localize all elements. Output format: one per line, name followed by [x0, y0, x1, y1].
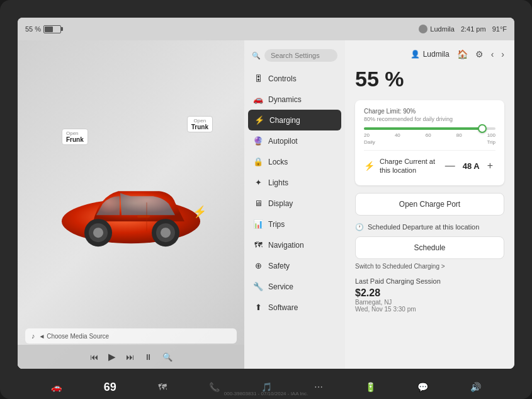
status-bar-left: 55 % [25, 25, 414, 33]
temp-display: 91°F [492, 25, 507, 33]
sidebar-item-autopilot[interactable]: 🔮 Autopilot [244, 130, 345, 151]
map-taskbar-icon[interactable]: 🗺 [158, 382, 167, 392]
charge-current-row: ⚡ Charge Current at this location — 48 A… [364, 150, 495, 178]
charge-current-increase-button[interactable]: + [485, 160, 495, 171]
search-icon: 🔍 [252, 52, 261, 60]
sidebar-item-locks[interactable]: 🔒 Locks [244, 151, 345, 172]
charge-bolt-icon: ⚡ [193, 205, 207, 219]
service-label: Service [268, 282, 293, 291]
battery-percentage-large: 55 % [355, 67, 504, 91]
screen: 55 % Ludmila 2:41 pm 91°F [18, 18, 514, 369]
charging-label: Charging [269, 116, 300, 125]
prev-track-button[interactable]: ⏮ [90, 352, 98, 362]
main-content: Open Frunk Open Trunk [18, 40, 514, 369]
nav-menu: 🔍 🎛 Controls 🚗 Dynamics ⚡ Charging [244, 40, 345, 369]
slider-thumb[interactable] [478, 124, 487, 133]
status-bar-right: Ludmila 2:41 pm 91°F [419, 25, 507, 33]
charging-icon: ⚡ [254, 115, 264, 125]
user-name-display: 👤 Ludmila [410, 50, 450, 59]
music-icon: ♪ [31, 332, 35, 340]
locks-icon: 🔒 [253, 157, 263, 166]
sidebar-item-controls[interactable]: 🎛 Controls [244, 68, 345, 89]
slider-fill [364, 127, 482, 130]
battery-percentage: 55 % [25, 25, 41, 33]
outer-frame: 55 % Ludmila 2:41 pm 91°F [0, 0, 532, 399]
user-chip: Ludmila [419, 25, 455, 33]
volume-taskbar-icon[interactable]: 🔊 [470, 382, 481, 392]
battery-taskbar-icon[interactable]: 🔋 [365, 382, 376, 392]
sidebar-item-display[interactable]: 🖥 Display [244, 193, 345, 214]
back-icon[interactable]: ‹ [491, 49, 494, 59]
safety-icon: ⊕ [253, 261, 263, 270]
messages-taskbar-icon[interactable]: 💬 [417, 382, 428, 392]
search-media-button[interactable]: 🔍 [162, 352, 173, 362]
trips-label: Trips [268, 220, 285, 229]
slider-daily-label: Daily [364, 139, 375, 145]
sidebar-item-safety[interactable]: ⊕ Safety [244, 255, 345, 276]
speed-display: 69 [104, 381, 116, 394]
battery-indicator: 55 % [25, 25, 61, 33]
battery-bar [43, 25, 61, 33]
schedule-button[interactable]: Schedule [355, 236, 504, 259]
svg-point-6 [161, 228, 171, 238]
car-status-icon[interactable]: 🚗 [51, 382, 62, 392]
user-name: Ludmila [423, 50, 450, 59]
dynamics-label: Dynamics [268, 95, 302, 104]
media-bar[interactable]: ♪ ◄ Choose Media Source [25, 328, 237, 344]
sidebar-item-navigation[interactable]: 🗺 Navigation [244, 234, 345, 255]
phone-taskbar-icon[interactable]: 📞 [209, 382, 220, 392]
home-icon[interactable]: 🏠 [457, 49, 468, 59]
charge-current-value: 48 A [463, 161, 480, 171]
sidebar-item-lights[interactable]: ✦ Lights [244, 172, 345, 193]
slider-trip-label: Trip [487, 139, 495, 145]
media-source-label[interactable]: ◄ Choose Media Source [39, 333, 110, 340]
switch-charging-link[interactable]: Switch to Scheduled Charging > [355, 263, 504, 270]
session-location: Barnegat, NJ [355, 299, 504, 306]
sidebar-item-trips[interactable]: 📊 Trips [244, 214, 345, 234]
search-settings-input[interactable] [264, 49, 337, 62]
user-name-status: Ludmila [430, 25, 455, 33]
scheduled-departure-label: Scheduled Departure at this location [368, 223, 479, 231]
play-button[interactable]: ▶ [108, 351, 116, 362]
watermark: 000-39803831 - 07/10/2024 - IAA Inc. [224, 391, 308, 396]
slider-tick-labels: 20 40 60 80 100 [364, 132, 495, 138]
software-icon: ⬆ [253, 303, 263, 312]
left-panel: Open Frunk Open Trunk [18, 40, 244, 369]
car-image [49, 158, 213, 262]
scheduled-departure-section: 🕐 Scheduled Departure at this location [355, 223, 504, 231]
autopilot-label: Autopilot [268, 137, 298, 146]
safety-label: Safety [268, 262, 290, 270]
charge-current-text: Charge Current at this location [380, 157, 443, 175]
open-charge-port-button[interactable]: Open Charge Port [355, 193, 504, 216]
sidebar-item-service[interactable]: 🔧 Service [244, 276, 345, 297]
forward-icon[interactable]: › [501, 49, 504, 59]
more-controls-button[interactable]: ⏸ [144, 352, 152, 362]
controls-label: Controls [268, 74, 297, 83]
sidebar-item-charging[interactable]: ⚡ Charging [248, 110, 341, 130]
right-section: 🔍 🎛 Controls 🚗 Dynamics ⚡ Charging [244, 40, 514, 369]
charge-current-controls: — 48 A + [443, 160, 495, 171]
slider-endpoints: Daily Trip [364, 139, 495, 145]
trips-icon: 📊 [253, 219, 263, 229]
car-visualization: Open Frunk Open Trunk [18, 40, 244, 369]
open-frunk-button[interactable]: Open Frunk [62, 129, 88, 145]
service-icon: 🔧 [253, 282, 263, 291]
more-taskbar-icon[interactable]: ⋯ [314, 382, 323, 392]
user-avatar-icon: 👤 [410, 50, 420, 59]
sidebar-item-dynamics[interactable]: 🚗 Dynamics [244, 89, 345, 110]
navigation-label: Navigation [268, 241, 304, 250]
charge-limit-slider[interactable]: 20 40 60 80 100 Daily Trip [364, 127, 495, 145]
display-label: Display [268, 199, 293, 208]
open-trunk-button[interactable]: Open Trunk [187, 116, 213, 132]
controls-icon: 🎛 [253, 74, 263, 83]
svg-point-3 [93, 228, 103, 238]
charge-limit-sublabel: 80% recommended for daily driving [364, 116, 495, 122]
sidebar-item-software[interactable]: ⬆ Software [244, 297, 345, 318]
settings-icon[interactable]: ⚙ [475, 49, 484, 59]
search-bar: 🔍 [244, 45, 345, 66]
next-track-button[interactable]: ⏭ [126, 352, 134, 362]
charge-limit-card: Charge Limit: 90% 80% recommended for da… [355, 100, 504, 185]
charge-current-decrease-button[interactable]: — [443, 160, 458, 171]
content-panel: 👤 Ludmila 🏠 ⚙ ‹ › 55 % Charge Limit: 90%… [345, 40, 514, 369]
session-amount: $2.28 [355, 287, 504, 299]
